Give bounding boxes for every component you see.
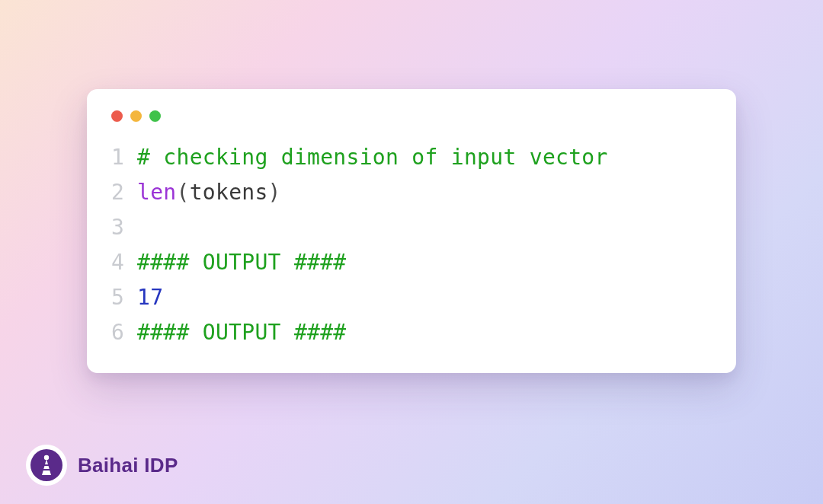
maximize-icon[interactable] <box>149 110 161 122</box>
minimize-icon[interactable] <box>130 110 142 122</box>
brand-logo <box>26 445 67 486</box>
line-content: 17 <box>137 280 163 315</box>
line-number: 2 <box>111 175 137 210</box>
code-line: 2len(tokens) <box>111 175 712 210</box>
code-line: 3 <box>111 210 712 245</box>
code-area: 1# checking dimension of input vector2le… <box>111 140 712 350</box>
code-token: #### OUTPUT #### <box>137 320 347 345</box>
brand-text: Baihai IDP <box>78 454 178 477</box>
code-token: ( <box>176 180 189 205</box>
line-number: 4 <box>111 245 137 280</box>
line-number: 6 <box>111 315 137 350</box>
line-content: len(tokens) <box>137 175 281 210</box>
code-token: # checking dimension of input vector <box>137 145 608 170</box>
line-content: #### OUTPUT #### <box>137 245 347 280</box>
line-content: #### OUTPUT #### <box>137 315 347 350</box>
line-number: 1 <box>111 140 137 175</box>
code-line: 517 <box>111 280 712 315</box>
code-line: 4#### OUTPUT #### <box>111 245 712 280</box>
code-token: 17 <box>137 285 163 310</box>
svg-rect-1 <box>43 464 50 466</box>
code-line: 6#### OUTPUT #### <box>111 315 712 350</box>
line-number: 5 <box>111 280 137 315</box>
lighthouse-icon <box>30 449 62 481</box>
window-controls <box>111 110 712 122</box>
branding: Baihai IDP <box>26 445 178 486</box>
svg-rect-2 <box>43 469 50 471</box>
line-number: 3 <box>111 210 137 245</box>
code-line: 1# checking dimension of input vector <box>111 140 712 175</box>
code-token: len <box>137 180 176 205</box>
line-content: # checking dimension of input vector <box>137 140 608 175</box>
code-token: ) <box>268 180 281 205</box>
code-window: 1# checking dimension of input vector2le… <box>87 89 736 373</box>
code-token: tokens <box>190 180 268 205</box>
close-icon[interactable] <box>111 110 123 122</box>
code-token: #### OUTPUT #### <box>137 250 347 275</box>
